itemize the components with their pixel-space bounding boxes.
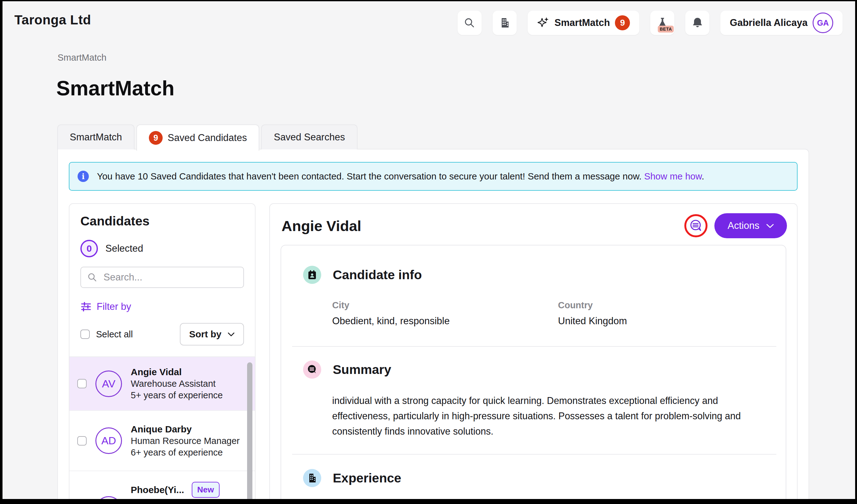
speech-bubble-icon xyxy=(303,361,321,379)
show-me-how-link[interactable]: Show me how xyxy=(644,171,702,181)
candidate-search[interactable] xyxy=(80,267,244,288)
candidate-info-heading: Candidate info xyxy=(333,267,422,282)
smartmatch-nav-label: SmartMatch xyxy=(555,17,610,29)
candidate-row-phoebe[interactable]: Phoebe(Yi... New Human Resource xyxy=(69,471,255,499)
list-scrollbar[interactable] xyxy=(247,362,252,499)
selected-count-badge: 0 xyxy=(80,240,98,257)
experience-section-header: Experience xyxy=(303,469,786,487)
candidate-name: Angie Vidal xyxy=(131,367,182,377)
candidates-title: Candidates xyxy=(80,214,255,229)
info-banner: i You have 10 Saved Candidates that have… xyxy=(69,162,797,191)
select-all-checkbox[interactable] xyxy=(80,330,90,339)
candidate-row-anique-darby[interactable]: AD Anique Darby Human Resource Manager 6… xyxy=(69,411,255,471)
app-page: Taronga Ltd SmartMatch 9 BETA xyxy=(2,1,855,499)
summary-section-header: Summary xyxy=(303,361,786,379)
banner-message: You have 10 Saved Candidates that haven'… xyxy=(97,171,641,181)
candidate-row-angie-vidal[interactable]: AV Angie Vidal Warehouse Assistant 5+ ye… xyxy=(69,357,255,411)
tab-saved-candidates[interactable]: 9 Saved Candidates xyxy=(136,124,259,151)
city-label: City xyxy=(332,300,558,311)
select-all-row: Select all Sort by xyxy=(80,323,244,346)
chevron-down-icon xyxy=(766,224,774,228)
section-divider xyxy=(292,346,776,347)
company-logo: Taronga Ltd xyxy=(14,13,91,28)
candidate-info-fields: City Obedient, kind, responsible Country… xyxy=(332,300,786,327)
candidate-text: Anique Darby Human Resource Manager 6+ y… xyxy=(131,423,239,458)
actions-label: Actions xyxy=(727,220,759,231)
screenshot-frame: Taronga Ltd SmartMatch 9 BETA xyxy=(0,0,857,504)
beta-badge: BETA xyxy=(658,25,674,33)
building-icon xyxy=(303,469,321,487)
chat-bubble-icon xyxy=(689,219,703,233)
company-directory-button[interactable] xyxy=(493,11,517,35)
smartmatch-nav-button[interactable]: SmartMatch 9 xyxy=(528,11,639,35)
candidate-role: Human Resource xyxy=(131,498,201,499)
candidate-avatar: AD xyxy=(96,428,122,454)
user-menu[interactable]: Gabriella Alicaya GA xyxy=(720,11,843,35)
country-field: Country United Kingdom xyxy=(558,300,786,327)
candidate-detail-card: Angie Vidal Actions Candidate xyxy=(269,203,797,499)
actions-button[interactable]: Actions xyxy=(715,213,787,238)
candidate-experience: 5+ years of experience xyxy=(131,390,223,400)
breadcrumb[interactable]: SmartMatch xyxy=(57,53,106,63)
candidate-role: Human Resource Manager xyxy=(131,436,239,446)
detail-header: Angie Vidal Actions xyxy=(282,213,787,238)
sort-by-button[interactable]: Sort by xyxy=(180,323,244,346)
filter-by-button[interactable]: Filter by xyxy=(80,301,255,312)
notifications-button[interactable] xyxy=(685,11,709,35)
candidate-name: Phoebe(Yi... xyxy=(131,484,184,496)
banner-text: You have 10 Saved Candidates that haven'… xyxy=(97,171,704,182)
candidate-text: Phoebe(Yi... New Human Resource xyxy=(131,482,220,499)
country-label: Country xyxy=(558,300,786,311)
summary-text: individual with a strong capacity for qu… xyxy=(332,393,753,439)
section-divider xyxy=(292,454,776,455)
search-button[interactable] xyxy=(458,11,482,35)
sort-by-label: Sort by xyxy=(189,329,221,340)
candidates-list-card: Candidates 0 Selected Filter by Select xyxy=(69,203,255,499)
tab-label: Saved Searches xyxy=(274,132,345,143)
candidate-text: Angie Vidal Warehouse Assistant 5+ years… xyxy=(131,366,223,401)
search-input[interactable] xyxy=(103,272,237,283)
candidate-avatar: AV xyxy=(96,370,122,397)
selected-label: Selected xyxy=(105,243,143,254)
detail-title: Angie Vidal xyxy=(282,217,361,234)
tab-bar: SmartMatch 9 Saved Candidates Saved Sear… xyxy=(57,124,357,151)
candidate-checkbox[interactable] xyxy=(77,379,87,388)
content-panel: i You have 10 Saved Candidates that have… xyxy=(57,149,809,499)
smartmatch-nav-badge: 9 xyxy=(615,15,630,30)
summary-heading: Summary xyxy=(333,362,391,377)
contact-card-icon xyxy=(303,266,321,284)
tab-saved-searches[interactable]: Saved Searches xyxy=(261,124,357,150)
candidate-avatar xyxy=(96,496,122,499)
message-button-annotated[interactable] xyxy=(684,214,707,237)
banner-suffix: . xyxy=(702,171,704,181)
selected-count-row: 0 Selected xyxy=(80,240,255,257)
chevron-down-icon xyxy=(228,332,235,336)
sparkles-icon xyxy=(537,17,550,29)
new-badge: New xyxy=(192,482,220,498)
candidate-checkbox[interactable] xyxy=(77,436,87,446)
city-field: City Obedient, kind, responsible xyxy=(332,300,558,327)
candidate-detail-sections: Candidate info City Obedient, kind, resp… xyxy=(281,245,786,499)
tab-smartmatch[interactable]: SmartMatch xyxy=(57,124,134,150)
experience-heading: Experience xyxy=(333,471,401,486)
city-value: Obedient, kind, responsible xyxy=(332,315,558,327)
tab-saved-candidates-badge: 9 xyxy=(149,131,163,145)
user-avatar: GA xyxy=(812,13,833,33)
filter-sliders-icon xyxy=(80,301,91,312)
candidate-list: AV Angie Vidal Warehouse Assistant 5+ ye… xyxy=(69,357,255,499)
tab-label: SmartMatch xyxy=(70,132,122,143)
candidate-info-section-header: Candidate info xyxy=(303,266,786,284)
country-value: United Kingdom xyxy=(558,315,786,327)
search-icon xyxy=(87,272,97,282)
header-actions: SmartMatch 9 BETA Gabriella Alicaya GA xyxy=(458,11,843,35)
user-name: Gabriella Alicaya xyxy=(730,17,808,29)
candidate-role: Warehouse Assistant xyxy=(131,379,216,389)
candidate-name: Anique Darby xyxy=(131,424,192,434)
candidate-experience: 6+ years of experience xyxy=(131,447,223,457)
info-icon: i xyxy=(78,171,89,182)
page-title: SmartMatch xyxy=(56,76,174,100)
bell-icon xyxy=(691,17,703,29)
building-icon xyxy=(499,17,510,29)
labs-beta-button[interactable]: BETA xyxy=(650,11,674,35)
select-all-label: Select all xyxy=(96,329,133,340)
